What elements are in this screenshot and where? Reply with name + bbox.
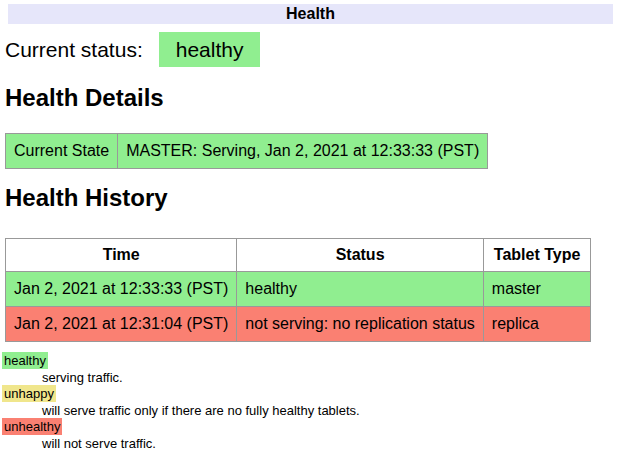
legend-description: will serve traffic only if there are no … bbox=[42, 403, 621, 420]
legend-term: unhappy bbox=[2, 386, 621, 403]
history-time-cell: Jan 2, 2021 at 12:33:33 (PST) bbox=[6, 272, 237, 307]
page-title: Health bbox=[8, 4, 613, 24]
legend-term: healthy bbox=[2, 353, 621, 370]
legend-term-healthy: healthy bbox=[2, 352, 48, 369]
history-tablet-type-cell: master bbox=[483, 272, 591, 307]
health-history-heading: Health History bbox=[5, 184, 621, 212]
history-time-cell: Jan 2, 2021 at 12:31:04 (PST) bbox=[6, 307, 237, 342]
health-history-table: Time Status Tablet Type Jan 2, 2021 at 1… bbox=[5, 238, 591, 342]
legend-term-unhappy: unhappy bbox=[2, 385, 56, 402]
current-state-label-cell: Current State bbox=[6, 134, 118, 169]
column-header-tablet-type: Tablet Type bbox=[483, 239, 591, 272]
health-details-table: Current State MASTER: Serving, Jan 2, 20… bbox=[5, 133, 488, 169]
table-header-row: Time Status Tablet Type bbox=[6, 239, 591, 272]
current-status-line: Current status:healthy bbox=[5, 38, 621, 62]
legend-description: serving traffic. bbox=[42, 370, 621, 387]
legend-term-unhealthy: unhealthy bbox=[2, 418, 62, 435]
history-status-cell: not serving: no replication status bbox=[237, 307, 483, 342]
table-row: Jan 2, 2021 at 12:31:04 (PST) not servin… bbox=[6, 307, 591, 342]
table-row: Jan 2, 2021 at 12:33:33 (PST) healthy ma… bbox=[6, 272, 591, 307]
column-header-status: Status bbox=[237, 239, 483, 272]
history-status-cell: healthy bbox=[237, 272, 483, 307]
history-tablet-type-cell: replica bbox=[483, 307, 591, 342]
legend-description: will not serve traffic. bbox=[42, 436, 621, 452]
current-status-label: Current status: bbox=[5, 38, 143, 61]
table-row: Current State MASTER: Serving, Jan 2, 20… bbox=[6, 134, 488, 169]
legend-term: unhealthy bbox=[2, 419, 621, 436]
health-details-heading: Health Details bbox=[5, 84, 621, 112]
current-status-value: healthy bbox=[159, 32, 261, 67]
column-header-time: Time bbox=[6, 239, 237, 272]
health-legend: healthy serving traffic. unhappy will se… bbox=[2, 353, 621, 452]
current-state-value-cell: MASTER: Serving, Jan 2, 2021 at 12:33:33… bbox=[118, 134, 488, 169]
